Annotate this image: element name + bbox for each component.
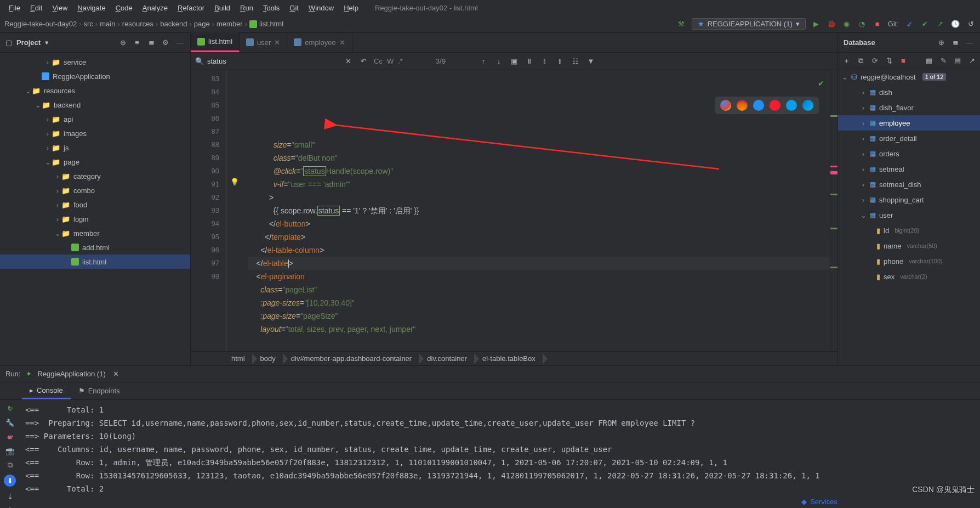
db-table-dish[interactable]: ›▦dish <box>838 84 980 100</box>
code-line-89[interactable]: </el-button> <box>248 217 830 230</box>
find-more3-icon[interactable]: ☷ <box>571 57 580 66</box>
find-more2-icon[interactable]: ⫿ <box>555 57 565 66</box>
inspection-ok-icon[interactable]: ✔ <box>818 77 824 90</box>
find-filter-icon[interactable]: ▼ <box>586 57 596 66</box>
code-line-87[interactable]: > <box>248 191 830 204</box>
safari-icon[interactable] <box>753 100 764 111</box>
db-sync-icon[interactable]: ⇅ <box>884 56 894 66</box>
find-close-icon[interactable]: ✕ <box>343 57 353 66</box>
menu-analyze[interactable]: Analyze <box>138 3 172 13</box>
find-select-icon[interactable]: ▣ <box>509 57 519 66</box>
chrome-icon[interactable] <box>720 100 731 111</box>
db-stop-icon[interactable]: ■ <box>898 56 908 66</box>
profile-icon[interactable]: ◔ <box>857 19 867 29</box>
ie-icon[interactable] <box>786 100 797 111</box>
tree-item-js[interactable]: ›📁js <box>0 140 190 155</box>
edge-icon[interactable] <box>802 100 813 111</box>
opera-icon[interactable] <box>770 100 780 111</box>
find-opt-.*[interactable]: .* <box>398 57 403 65</box>
breadcrumb-item[interactable]: main <box>100 20 115 28</box>
db-view-icon[interactable]: ▤ <box>953 56 962 66</box>
close-tab-icon[interactable]: ✕ <box>274 38 280 47</box>
run-tab-console[interactable]: ▸Console <box>22 382 71 399</box>
run-icon[interactable]: ▶ <box>811 19 821 29</box>
structure-crumb[interactable]: el-table.tableBox <box>475 352 543 365</box>
find-query[interactable]: status <box>207 57 226 65</box>
menu-code[interactable]: Code <box>111 3 137 13</box>
tree-item-resources[interactable]: ⌄📁resources <box>0 83 190 98</box>
menu-git[interactable]: Git <box>285 3 303 13</box>
actuator-icon[interactable]: ⬇ <box>4 475 16 487</box>
code-line-86[interactable]: v-if="user === 'admin'" <box>248 178 830 191</box>
db-column-phone[interactable]: ▮phonevarchar(100) <box>838 253 980 269</box>
find-up-icon[interactable]: ↑ <box>478 57 488 66</box>
menu-run[interactable]: Run <box>236 3 258 13</box>
code-line-92[interactable]: </el-table> <box>248 257 830 270</box>
git-history-icon[interactable]: 🕓 <box>950 19 960 29</box>
structure-crumb[interactable]: html <box>224 352 253 365</box>
hide-icon[interactable]: — <box>175 38 185 48</box>
run-close-icon[interactable]: ✕ <box>111 369 121 379</box>
breadcrumb[interactable]: Reggie-take-out-day02›src›main›resources… <box>4 20 283 28</box>
code-line-85[interactable]: @click="statusHandle(scope.row)" <box>248 165 830 178</box>
db-refresh-icon[interactable]: ⟳ <box>870 56 880 66</box>
structure-crumb[interactable]: div.container <box>419 352 475 365</box>
breadcrumb-item[interactable]: list.html <box>259 20 283 28</box>
menu-file[interactable]: File <box>4 3 25 13</box>
breadcrumb-item[interactable]: member <box>216 20 243 28</box>
tree-item-food[interactable]: ›📁food <box>0 197 190 212</box>
db-edit-icon[interactable]: ✎ <box>938 56 948 66</box>
db-table-setmeal_dish[interactable]: ›▦setmeal_dish <box>838 177 980 192</box>
git-push-icon[interactable]: ↗ <box>935 19 945 29</box>
find-prev-icon[interactable]: ↶ <box>358 57 368 66</box>
menu-navigate[interactable]: Navigate <box>73 3 110 13</box>
code-line-97[interactable]: layout="total, sizes, prev, pager, next,… <box>248 323 830 336</box>
line-number-gutter[interactable]: 83848586878889909192939495969798 <box>191 70 224 351</box>
menu-refactor[interactable]: Refactor <box>173 3 209 13</box>
find-pin-icon[interactable]: ⏸ <box>525 57 534 66</box>
trash-icon[interactable]: 🗑 <box>5 505 15 508</box>
code-line-91[interactable]: </el-table-column> <box>248 244 830 257</box>
tree-item-api[interactable]: ›📁api <box>0 112 190 126</box>
run-config-selector[interactable]: ★ REGGIEAPPLICATION (1) ▾ <box>692 18 806 30</box>
db-table-user[interactable]: ⌄▦user <box>838 207 980 223</box>
stop2-icon[interactable]: ■ <box>5 432 15 442</box>
console-output[interactable]: <== Total: 1 ==> Preparing: SELECT id,us… <box>20 400 980 508</box>
intention-bulb-icon[interactable]: 💡 <box>230 178 239 186</box>
db-table-setmeal[interactable]: ›▦setmeal <box>838 161 980 177</box>
find-opt-Cc[interactable]: Cc <box>374 57 383 65</box>
breadcrumb-item[interactable]: src <box>84 20 93 28</box>
code-line-95[interactable]: :page-sizes="[10,20,30,40]" <box>248 296 830 309</box>
chevron-down-icon[interactable]: ▾ <box>45 38 49 47</box>
menu-build[interactable]: Build <box>210 3 235 13</box>
code-editor[interactable]: ✔ size="small" class="delBut non" @click… <box>242 70 830 351</box>
breadcrumb-item[interactable]: resources <box>122 20 153 28</box>
collapse-all-icon[interactable]: ≣ <box>146 38 156 48</box>
layout-icon[interactable]: ⧉ <box>5 460 15 470</box>
tree-item-member[interactable]: ⌄📁member <box>0 226 190 240</box>
code-line-84[interactable]: class="delBut non" <box>248 151 830 165</box>
tree-item-ReggieApplication[interactable]: ReggieApplication <box>0 69 190 83</box>
structure-crumb[interactable]: body <box>253 352 283 365</box>
stop-icon[interactable]: ■ <box>873 19 882 29</box>
code-line-96[interactable]: :page-size="pageSize" <box>248 309 830 323</box>
editor-tab-user[interactable]: user✕ <box>240 32 287 52</box>
tree-item-list.html[interactable]: list.html <box>0 255 190 269</box>
camera-icon[interactable]: 📷 <box>5 446 15 456</box>
db-table-orders[interactable]: ›▦orders <box>838 146 980 161</box>
menu-tools[interactable]: Tools <box>259 3 284 13</box>
wrench-icon[interactable]: 🔧 <box>5 417 15 427</box>
breadcrumb-item[interactable]: Reggie-take-out-day02 <box>4 20 77 28</box>
menu-edit[interactable]: Edit <box>26 3 47 13</box>
db-table-shopping_cart[interactable]: ›▦shopping_cart <box>838 192 980 207</box>
coverage-icon[interactable]: ◉ <box>842 19 852 29</box>
settings-icon[interactable]: ⚙ <box>161 38 170 48</box>
breadcrumb-item[interactable]: backend <box>160 20 187 28</box>
export-icon[interactable]: ⤓ <box>5 491 15 501</box>
db-copy-icon[interactable]: ⧉ <box>856 56 865 66</box>
tree-item-images[interactable]: ›📁images <box>0 126 190 140</box>
find-more1-icon[interactable]: ⫿ <box>540 57 550 66</box>
menu-help[interactable]: Help <box>339 3 363 13</box>
code-line-83[interactable]: size="small" <box>248 138 830 151</box>
db-table-order_detail[interactable]: ›▦order_detail <box>838 131 980 146</box>
